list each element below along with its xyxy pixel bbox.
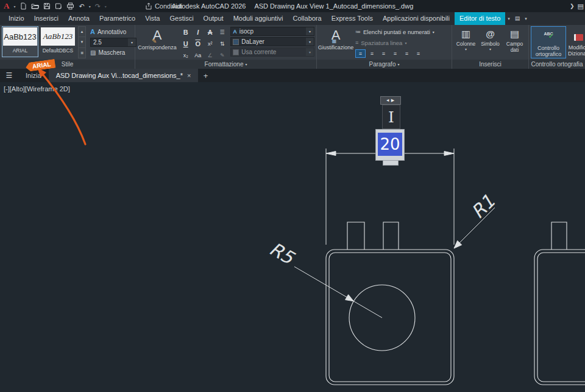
close-tab-icon[interactable]: × <box>187 72 191 79</box>
body-outline-inner[interactable] <box>329 253 451 382</box>
justification-button[interactable]: A ▦ Giustificazione <box>319 26 353 58</box>
distribute-button[interactable]: ≡ <box>402 49 412 58</box>
window-grid-icon[interactable]: ▤ <box>578 2 584 10</box>
tab-annota[interactable]: Annota <box>63 12 94 25</box>
panel-label-formattazione[interactable]: Formattazione ▾ <box>135 60 316 69</box>
gallery-down-button[interactable]: ▼ <box>78 37 86 47</box>
active-drawing-tab[interactable]: ASD Drawing Aux Vi...tocad_dimensions_* … <box>49 69 199 82</box>
overline-button[interactable]: O <box>192 38 204 49</box>
undo-chevron-icon[interactable]: ▾ <box>89 4 91 9</box>
align-center-button[interactable]: ≡ <box>367 49 377 58</box>
stack-button[interactable]: ⇅ <box>216 38 228 49</box>
gallery-up-button[interactable]: ▲ <box>78 26 86 37</box>
font-combobox[interactable]: A isocp ▾ <box>230 27 314 36</box>
style-tile-arial[interactable]: AaBb123 ARIAL <box>2 26 38 57</box>
symbol-button[interactable]: @ Simbolo ▾ <box>478 26 502 58</box>
tab-inserisci[interactable]: Inserisci <box>29 12 63 25</box>
style-preview: AaBb123 <box>3 27 37 46</box>
align-right-button[interactable]: ≡ <box>378 49 389 58</box>
selected-dimension-text[interactable]: 20 <box>378 133 402 156</box>
contextual-tab-chevron-icon[interactable]: ▾ <box>505 12 512 25</box>
tab-moduli-aggiuntivi[interactable]: Moduli aggiuntivi <box>229 12 288 25</box>
spell-check-button[interactable]: ABC ✓ Controllo ortografico <box>532 27 565 57</box>
panel-label-inserisci[interactable]: Inserisci <box>452 60 528 69</box>
ribbon-toggle-chevron-icon[interactable]: ▾ <box>522 12 530 25</box>
left-prong[interactable] <box>347 222 364 250</box>
tab-vista[interactable]: Vista <box>140 12 165 25</box>
partial-plug-object[interactable] <box>534 222 585 385</box>
line-spacing-button[interactable]: ≡ Spaziatura linea ▾ <box>355 38 448 47</box>
stack-list-button[interactable]: ☰ <box>216 27 228 38</box>
style-tile-defaultdbcs[interactable]: AaBb123 DefaultDBCS <box>40 26 76 57</box>
align-left-button[interactable]: ≡ <box>355 49 366 58</box>
columns-button[interactable]: ▥ Colonne ▾ <box>454 26 478 58</box>
mtext-width-grip[interactable]: ◄▶ <box>380 96 401 105</box>
strikethrough-button[interactable]: A <box>204 27 216 38</box>
tab-editor-di-testo[interactable]: Editor di testo <box>455 12 505 25</box>
save-as-button[interactable] <box>55 2 62 10</box>
match-properties-button[interactable]: A ✎ Corrispondenza <box>137 26 177 58</box>
superscript-button[interactable]: x² <box>204 38 216 49</box>
chevron-down-icon[interactable]: ▾ <box>306 38 314 46</box>
edit-dictionaries-button[interactable]: Modifica Dizionari <box>568 26 585 58</box>
tab-express-tools[interactable]: Express Tools <box>327 12 378 25</box>
body-outline-outer[interactable] <box>326 250 454 385</box>
bold-button[interactable]: B <box>180 27 191 38</box>
tab-applicazioni-disponibili[interactable]: Applicazioni disponibili <box>378 12 455 25</box>
justify-button[interactable]: ≡ <box>390 49 400 58</box>
mtext-editor-ruler[interactable]: I <box>382 105 400 129</box>
plot-button[interactable] <box>66 2 74 10</box>
gallery-expand-button[interactable]: ≣ <box>78 48 86 58</box>
r5-text[interactable]: R5 <box>266 238 299 269</box>
underline-button[interactable]: U <box>180 38 191 49</box>
expand-chevron-icon[interactable]: ❯ <box>570 3 575 9</box>
new-file-button[interactable] <box>20 2 27 10</box>
panel-label-paragrafo[interactable]: Paragrafo ▾ <box>317 60 452 69</box>
body-outline-inner[interactable] <box>537 253 585 382</box>
panel-stile: AaBb123 ARIAL AaBb123 DefaultDBCS ▲ ▼ ≣ <box>0 25 135 69</box>
color-combobox[interactable]: DaLayer ▾ <box>230 37 314 46</box>
undo-button[interactable]: ↶ <box>79 2 84 10</box>
text-height-combobox[interactable]: 2.5 ▾ <box>90 38 136 47</box>
share-button[interactable]: Condividi <box>145 2 182 10</box>
mask-button[interactable]: ▨ Maschera <box>90 49 136 56</box>
new-drawing-tab-button[interactable]: + <box>198 69 213 82</box>
save-button[interactable] <box>43 2 51 10</box>
chevron-down-icon[interactable]: ▾ <box>306 48 314 56</box>
mtext-editor-field[interactable]: 20 <box>375 129 405 161</box>
paragraph-options-button[interactable]: ≡ <box>413 49 424 58</box>
bullets-numbering-button[interactable]: ≔ Elenchi puntati e numerati ▾ <box>355 27 448 37</box>
app-menu-chevron-icon[interactable]: ▾ <box>13 4 15 9</box>
panel-label-stile[interactable]: Stile <box>0 60 135 69</box>
italic-button[interactable]: I <box>192 27 204 38</box>
radius-dimension-r1[interactable]: R1 <box>454 191 499 248</box>
field-button[interactable]: ▤ Campo dati <box>503 26 526 58</box>
panel-label-controllo-ortografia[interactable]: Controllo ortografia <box>529 60 585 69</box>
prong[interactable] <box>551 222 567 250</box>
chevron-down-icon[interactable]: ▾ <box>306 27 314 35</box>
annotative-toggle[interactable]: A Annotativo <box>90 28 136 35</box>
leader-line[interactable] <box>294 267 382 318</box>
oblique-angle-button[interactable]: ∠ <box>204 50 216 61</box>
tab-gestisci[interactable]: Gestisci <box>165 12 198 25</box>
plug-object[interactable] <box>326 222 454 385</box>
body-outline-outer[interactable] <box>534 250 585 385</box>
redo-button[interactable]: ↷ <box>95 2 101 10</box>
tab-output[interactable]: Output <box>199 12 229 25</box>
ribbon-panel-toggle-icon[interactable]: ▤ <box>512 12 523 25</box>
open-file-button[interactable] <box>31 2 39 10</box>
r1-text[interactable]: R1 <box>467 191 499 223</box>
tab-inizio[interactable]: Inizio <box>4 12 29 25</box>
viewport-controls[interactable]: [-][Alto][Wireframe 2D] <box>4 85 70 93</box>
redo-chevron-icon[interactable]: ▾ <box>105 4 107 9</box>
arrowhead-left <box>326 152 336 156</box>
tab-collabora[interactable]: Collabora <box>288 12 327 25</box>
autocad-logo-icon[interactable]: A <box>4 1 9 11</box>
drawing-canvas[interactable]: R5 R1 [-][Alto][Wireframe 2D] ◄▶ I 20 <box>0 82 585 392</box>
tracking-button[interactable]: ✎ <box>216 50 228 61</box>
hamburger-menu-button[interactable]: ☰ <box>0 69 18 82</box>
tab-parametrico[interactable]: Parametrico <box>94 12 140 25</box>
right-prong[interactable] <box>383 222 399 250</box>
start-tab-label: Inizia <box>26 72 41 79</box>
background-mask-combobox[interactable]: Usa corrente ▾ <box>230 47 314 57</box>
